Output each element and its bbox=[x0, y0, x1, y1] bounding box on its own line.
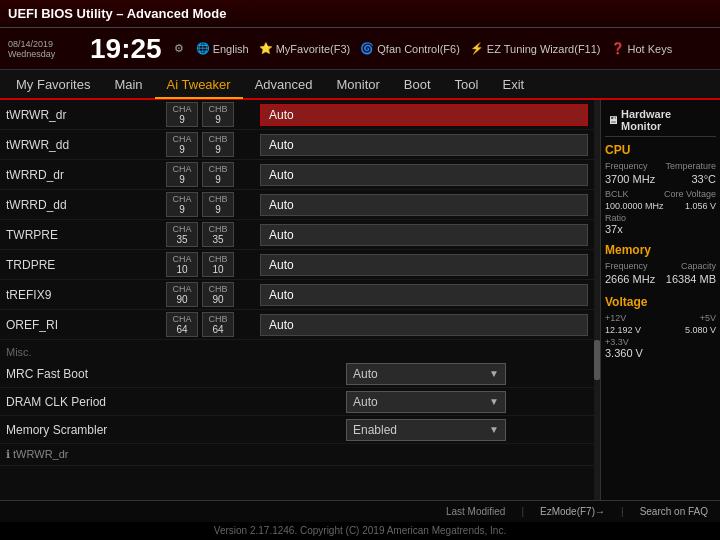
v5-label: +5V bbox=[700, 313, 716, 323]
language-button[interactable]: 🌐 English bbox=[196, 42, 249, 55]
copyright-text: Version 2.17.1246. Copyright (C) 2019 Am… bbox=[214, 525, 506, 536]
dropdown-arrow-1: ▼ bbox=[489, 396, 499, 407]
v12-val-row: 12.192 V 5.080 V bbox=[605, 325, 716, 335]
setting-row-2[interactable]: tWRRD_dr CHA9 CHB9 Auto bbox=[0, 160, 594, 190]
v12-label-row: +12V +5V bbox=[605, 313, 716, 323]
scrollbar[interactable] bbox=[594, 100, 600, 500]
bclk-label: BCLK bbox=[605, 189, 629, 199]
v33-label: +3.3V bbox=[605, 337, 716, 347]
nav-exit[interactable]: Exit bbox=[490, 70, 536, 98]
cha-box-2: CHA9 bbox=[166, 162, 198, 187]
setting-name-7: OREF_RI bbox=[6, 318, 166, 332]
ez-tuning-button[interactable]: ⚡ EZ Tuning Wizard(F11) bbox=[470, 42, 601, 55]
cpu-freq-value: 3700 MHz bbox=[605, 173, 655, 185]
setting-row-3[interactable]: tWRRD_dd CHA9 CHB9 Auto bbox=[0, 190, 594, 220]
cpu-bclk-val-row: 100.0000 MHz 1.056 V bbox=[605, 201, 716, 211]
v12-label: +12V bbox=[605, 313, 626, 323]
top-bar: UEFI BIOS Utility – Advanced Mode bbox=[0, 0, 720, 28]
gear-icon[interactable]: ⚙ bbox=[174, 42, 184, 55]
setting-value-5: Auto bbox=[260, 254, 588, 276]
setting-name-5: TRDPRE bbox=[6, 258, 166, 272]
chb-box-7: CHB64 bbox=[202, 312, 234, 337]
dropdown-name-2: Memory Scrambler bbox=[6, 423, 206, 437]
settings-list: tWRWR_dr CHA9 CHB9 Auto tWRWR_dd CHA9 CH… bbox=[0, 100, 594, 500]
memory-section-title: Memory bbox=[605, 243, 716, 257]
memory-section: Memory Frequency Capacity 2666 MHz 16384… bbox=[605, 243, 716, 287]
channel-group-3: CHA9 CHB9 bbox=[166, 192, 256, 217]
dropdown-row-2[interactable]: Memory Scrambler Enabled ▼ bbox=[0, 416, 594, 444]
dropdown-select-1[interactable]: Auto ▼ bbox=[346, 391, 506, 413]
setting-value-0: Auto bbox=[260, 104, 588, 126]
cha-box-3: CHA9 bbox=[166, 192, 198, 217]
copyright-bar: Version 2.17.1246. Copyright (C) 2019 Am… bbox=[0, 522, 720, 540]
dropdown-select-2[interactable]: Enabled ▼ bbox=[346, 419, 506, 441]
voltage-section-title: Voltage bbox=[605, 295, 716, 309]
setting-row-1[interactable]: tWRWR_dd CHA9 CHB9 Auto bbox=[0, 130, 594, 160]
setting-value-6: Auto bbox=[260, 284, 588, 306]
v33-value: 3.360 V bbox=[605, 347, 716, 359]
setting-value-2: Auto bbox=[260, 164, 588, 186]
nav-monitor[interactable]: Monitor bbox=[325, 70, 392, 98]
hotkeys-button[interactable]: ❓ Hot Keys bbox=[611, 42, 673, 55]
channel-group-7: CHA64 CHB64 bbox=[166, 312, 256, 337]
setting-value-7: Auto bbox=[260, 314, 588, 336]
channel-group-5: CHA10 CHB10 bbox=[166, 252, 256, 277]
setting-row-7[interactable]: OREF_RI CHA64 CHB64 Auto bbox=[0, 310, 594, 340]
ez-mode-button[interactable]: EzMode(F7)→ bbox=[540, 506, 605, 517]
cpu-section-title: CPU bbox=[605, 143, 716, 157]
chb-box-6: CHB90 bbox=[202, 282, 234, 307]
dropdown-row-0[interactable]: MRC Fast Boot Auto ▼ bbox=[0, 360, 594, 388]
chb-box-3: CHB9 bbox=[202, 192, 234, 217]
qfan-button[interactable]: 🌀 Qfan Control(F6) bbox=[360, 42, 460, 55]
search-faq-button[interactable]: Search on FAQ bbox=[640, 506, 708, 517]
chb-box-2: CHB9 bbox=[202, 162, 234, 187]
mem-freq-label: Frequency bbox=[605, 261, 648, 271]
nav-advanced[interactable]: Advanced bbox=[243, 70, 325, 98]
mem-cap-label: Capacity bbox=[681, 261, 716, 271]
nav-myfavorites[interactable]: My Favorites bbox=[4, 70, 102, 98]
channel-group-2: CHA9 CHB9 bbox=[166, 162, 256, 187]
mem-freq-val-row: 2666 MHz 16384 MB bbox=[605, 273, 716, 287]
setting-row-4[interactable]: TWRPRE CHA35 CHB35 Auto bbox=[0, 220, 594, 250]
top-icons: 🌐 English ⭐ MyFavorite(F3) 🌀 Qfan Contro… bbox=[196, 42, 712, 55]
dropdown-select-0[interactable]: Auto ▼ bbox=[346, 363, 506, 385]
bclk-value: 100.0000 MHz bbox=[605, 201, 664, 211]
dropdown-row-1[interactable]: DRAM CLK Period Auto ▼ bbox=[0, 388, 594, 416]
cpu-freq-row: Frequency Temperature bbox=[605, 161, 716, 171]
corevolt-value: 1.056 V bbox=[685, 201, 716, 211]
info-text: tWRWR_dr bbox=[13, 448, 68, 460]
hardware-monitor-sidebar: 🖥 Hardware Monitor CPU Frequency Tempera… bbox=[600, 100, 720, 500]
setting-row-twrwr-dr-0[interactable]: tWRWR_dr CHA9 CHB9 Auto bbox=[0, 100, 594, 130]
date-line2: Wednesday bbox=[8, 49, 78, 59]
scrollbar-thumb[interactable] bbox=[594, 340, 600, 380]
info-icon: ℹ bbox=[6, 448, 13, 460]
datetime-bar: 08/14/2019 Wednesday 19:25 ⚙ 🌐 English ⭐… bbox=[0, 28, 720, 70]
date-line1: 08/14/2019 bbox=[8, 39, 78, 49]
channel-group-4: CHA35 CHB35 bbox=[166, 222, 256, 247]
setting-name-1: tWRWR_dd bbox=[6, 138, 166, 152]
nav-main[interactable]: Main bbox=[102, 70, 154, 98]
chb-box-0: CHB9 bbox=[202, 102, 234, 127]
setting-row-5[interactable]: TRDPRE CHA10 CHB10 Auto bbox=[0, 250, 594, 280]
date-display: 08/14/2019 Wednesday bbox=[8, 39, 78, 59]
cpu-freq-val-row: 3700 MHz 33°C bbox=[605, 173, 716, 187]
nav-aitweaker[interactable]: Ai Tweaker bbox=[155, 71, 243, 99]
window-title: UEFI BIOS Utility – Advanced Mode bbox=[8, 6, 226, 21]
nav-bar: My Favorites Main Ai Tweaker Advanced Mo… bbox=[0, 70, 720, 100]
setting-name-3: tWRRD_dd bbox=[6, 198, 166, 212]
setting-row-6[interactable]: tREFIX9 CHA90 CHB90 Auto bbox=[0, 280, 594, 310]
setting-value-4: Auto bbox=[260, 224, 588, 246]
setting-value-3: Auto bbox=[260, 194, 588, 216]
mem-cap-value: 16384 MB bbox=[666, 273, 716, 285]
nav-tool[interactable]: Tool bbox=[443, 70, 491, 98]
cha-box-1: CHA9 bbox=[166, 132, 198, 157]
dropdown-name-0: MRC Fast Boot bbox=[6, 367, 206, 381]
setting-name-4: TWRPRE bbox=[6, 228, 166, 242]
cha-box-0: CHA9 bbox=[166, 102, 198, 127]
chb-box-1: CHB9 bbox=[202, 132, 234, 157]
chb-box-5: CHB10 bbox=[202, 252, 234, 277]
nav-boot[interactable]: Boot bbox=[392, 70, 443, 98]
cha-box-6: CHA90 bbox=[166, 282, 198, 307]
sidebar-title: 🖥 Hardware Monitor bbox=[605, 104, 716, 137]
myfavorite-button[interactable]: ⭐ MyFavorite(F3) bbox=[259, 42, 351, 55]
